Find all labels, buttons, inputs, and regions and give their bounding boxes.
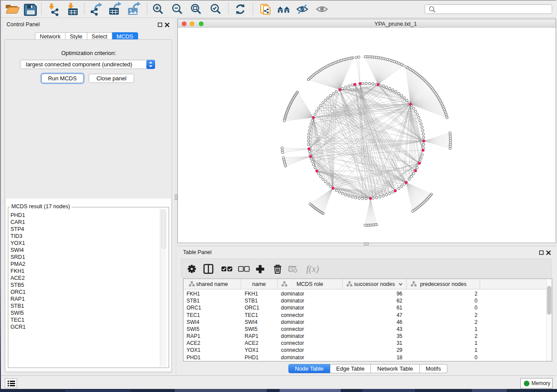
svg-text:f(x): f(x) bbox=[306, 264, 319, 274]
